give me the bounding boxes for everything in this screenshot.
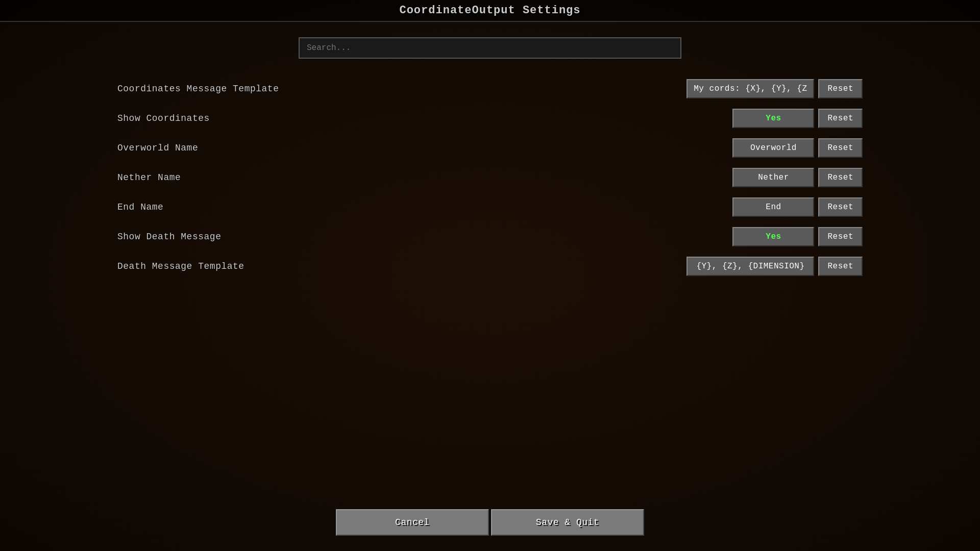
setting-row: Show Death MessageYesReset xyxy=(107,222,873,252)
setting-value-btn-3[interactable]: Nether xyxy=(732,168,814,187)
setting-reset-btn-1[interactable]: Reset xyxy=(818,109,863,128)
setting-row: End NameEndReset xyxy=(107,192,873,222)
setting-label: Coordinates Message Template xyxy=(117,84,279,94)
search-input[interactable] xyxy=(299,37,681,59)
setting-controls: YesReset xyxy=(732,227,863,246)
setting-label: Nether Name xyxy=(117,172,181,183)
setting-controls: EndReset xyxy=(732,197,863,217)
setting-controls: NetherReset xyxy=(732,168,863,187)
setting-reset-btn-0[interactable]: Reset xyxy=(818,79,863,98)
setting-reset-btn-2[interactable]: Reset xyxy=(818,138,863,158)
setting-reset-btn-6[interactable]: Reset xyxy=(818,257,863,276)
bottom-bar: Cancel Save & Quit xyxy=(0,499,980,551)
setting-row: Overworld NameOverworldReset xyxy=(107,133,873,163)
page-container: CoordinateOutput Settings Coordinates Me… xyxy=(0,0,980,551)
setting-row: Death Message Template{Y}, {Z}, {DIMENSI… xyxy=(107,252,873,281)
setting-reset-btn-4[interactable]: Reset xyxy=(818,197,863,217)
setting-row: Coordinates Message TemplateMy cords: {X… xyxy=(107,74,873,104)
setting-label: Show Death Message xyxy=(117,232,221,242)
setting-value-btn-5[interactable]: Yes xyxy=(732,227,814,246)
setting-reset-btn-5[interactable]: Reset xyxy=(818,227,863,246)
setting-value-btn-4[interactable]: End xyxy=(732,197,814,217)
setting-controls: OverworldReset xyxy=(732,138,863,158)
search-container xyxy=(299,37,681,59)
setting-value-btn-1[interactable]: Yes xyxy=(732,109,814,128)
setting-value-btn-0[interactable]: My cords: {X}, {Y}, {Z xyxy=(687,79,814,98)
setting-row: Show CoordinatesYesReset xyxy=(107,104,873,133)
setting-value-btn-6[interactable]: {Y}, {Z}, {DIMENSION} xyxy=(687,257,814,276)
setting-reset-btn-3[interactable]: Reset xyxy=(818,168,863,187)
setting-label: Show Coordinates xyxy=(117,113,210,123)
setting-row: Nether NameNetherReset xyxy=(107,163,873,192)
save-quit-button[interactable]: Save & Quit xyxy=(491,509,644,536)
setting-controls: {Y}, {Z}, {DIMENSION}Reset xyxy=(687,257,863,276)
cancel-button[interactable]: Cancel xyxy=(336,509,489,536)
settings-list: Coordinates Message TemplateMy cords: {X… xyxy=(107,74,873,281)
page-title: CoordinateOutput Settings xyxy=(399,4,580,17)
title-bar: CoordinateOutput Settings xyxy=(0,0,980,22)
setting-label: End Name xyxy=(117,202,163,212)
setting-controls: YesReset xyxy=(732,109,863,128)
setting-label: Death Message Template xyxy=(117,261,244,271)
setting-value-btn-2[interactable]: Overworld xyxy=(732,138,814,158)
content-area: Coordinates Message TemplateMy cords: {X… xyxy=(0,22,980,551)
setting-label: Overworld Name xyxy=(117,143,198,153)
setting-controls: My cords: {X}, {Y}, {ZReset xyxy=(687,79,863,98)
